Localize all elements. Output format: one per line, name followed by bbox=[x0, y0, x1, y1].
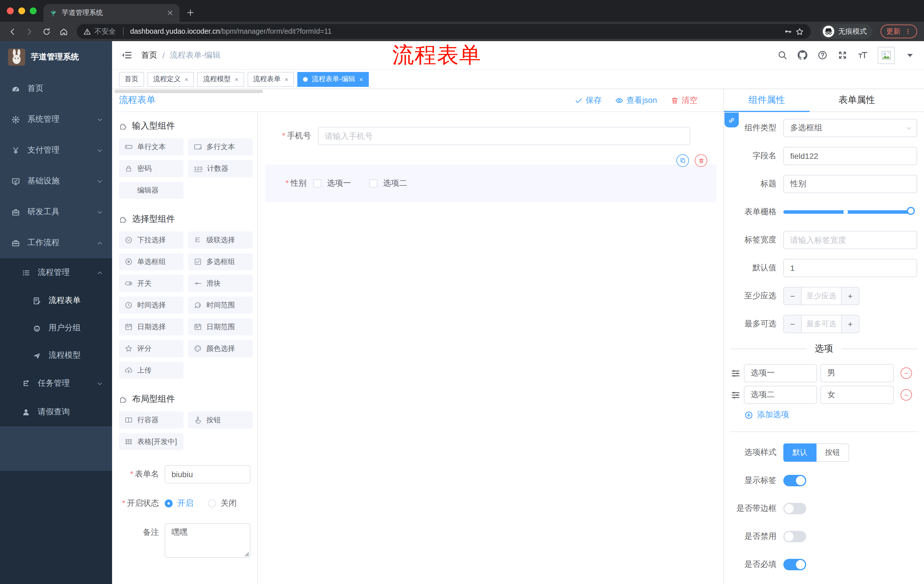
grid-slider[interactable] bbox=[783, 210, 914, 214]
palette-chip-时间范围[interactable]: 时间范围 bbox=[188, 296, 253, 314]
保存-button[interactable]: 保存 bbox=[575, 95, 602, 105]
palette-chip-滑块[interactable]: 滑块 bbox=[188, 275, 253, 292]
drag-handle-icon[interactable] bbox=[731, 368, 741, 378]
status-radio-open[interactable]: 开启 bbox=[165, 498, 193, 508]
slider-handle[interactable] bbox=[907, 207, 915, 215]
tag-close-icon[interactable]: × bbox=[185, 76, 188, 82]
sidebar-item-任务管理[interactable]: 任务管理 bbox=[0, 369, 112, 398]
toggle-switch-显示标签[interactable] bbox=[783, 475, 806, 486]
sidebar-item-系统管理[interactable]: 系统管理 bbox=[0, 104, 112, 135]
avatar-caret-icon[interactable] bbox=[905, 50, 915, 60]
status-radio-closed[interactable]: 关闭 bbox=[208, 498, 237, 508]
tag-close-icon[interactable]: × bbox=[285, 76, 289, 82]
option-value-input[interactable] bbox=[820, 364, 894, 382]
palette-chip-按钮[interactable]: 按钮 bbox=[188, 411, 253, 429]
increase-button[interactable]: + bbox=[842, 288, 859, 304]
decrease-button[interactable]: − bbox=[784, 288, 801, 304]
resize-grip-icon[interactable]: ◢ bbox=[244, 550, 249, 556]
gender-field-selected[interactable]: *性别 选项一选项二 bbox=[265, 165, 716, 202]
label-width-input[interactable] bbox=[783, 231, 917, 249]
sidebar-item-首页[interactable]: 首页 bbox=[0, 73, 112, 104]
default-value-input[interactable] bbox=[783, 259, 917, 277]
field-name-input[interactable] bbox=[783, 147, 917, 165]
tag-流程表单[interactable]: 流程表单× bbox=[248, 72, 294, 87]
search-icon[interactable] bbox=[778, 50, 787, 60]
sidebar-item-用户分组[interactable]: 用户分组 bbox=[0, 314, 112, 342]
component-type-select[interactable]: 多选框组 bbox=[783, 119, 917, 137]
tag-流程定义[interactable]: 流程定义× bbox=[147, 72, 194, 87]
清空-button[interactable]: 清空 bbox=[671, 95, 698, 105]
palette-chip-下拉选择[interactable]: 下拉选择 bbox=[119, 232, 183, 248]
title-input[interactable] bbox=[783, 175, 917, 193]
checkbox-选项一[interactable]: 选项一 bbox=[314, 178, 351, 189]
tag-流程模型[interactable]: 流程模型× bbox=[198, 72, 244, 87]
palette-chip-编辑器[interactable]: 编辑器 bbox=[119, 182, 183, 199]
avatar[interactable] bbox=[878, 46, 895, 64]
reload-button[interactable] bbox=[39, 24, 54, 39]
palette-chip-表格[开发中][interactable]: 表格[开发中] bbox=[119, 433, 183, 450]
remove-option-button[interactable]: − bbox=[901, 367, 912, 379]
palette-chip-时间选择[interactable]: 时间选择 bbox=[119, 296, 183, 314]
add-option-button[interactable]: 添加选项 bbox=[744, 410, 917, 420]
update-browser-button[interactable]: 更新 bbox=[881, 25, 917, 38]
question-icon[interactable] bbox=[818, 50, 827, 60]
toggle-switch-是否带边框[interactable] bbox=[783, 503, 806, 514]
style-option-按钮[interactable]: 按钮 bbox=[817, 443, 849, 462]
toggle-switch-是否禁用[interactable] bbox=[783, 531, 806, 542]
breadcrumb-home[interactable]: 首页 bbox=[141, 50, 157, 60]
palette-chip-单选框组[interactable]: 单选框组 bbox=[119, 253, 183, 270]
home-button[interactable] bbox=[56, 24, 71, 39]
zoom-window-button[interactable] bbox=[30, 7, 36, 14]
palette-chip-颜色选择[interactable]: 颜色选择 bbox=[188, 340, 253, 357]
remove-option-button[interactable]: − bbox=[901, 389, 912, 401]
查看json-button[interactable]: 查看json bbox=[615, 95, 657, 105]
toggle-switch-是否必填[interactable] bbox=[783, 559, 806, 570]
font-size-icon[interactable] bbox=[858, 50, 867, 60]
palette-chip-密码[interactable]: 密码 bbox=[119, 160, 183, 177]
browser-menu-icon[interactable] bbox=[904, 28, 911, 35]
sidebar-item-流程表单[interactable]: 流程表单 bbox=[0, 287, 112, 314]
option-value-input[interactable] bbox=[820, 386, 894, 404]
back-button[interactable] bbox=[5, 24, 20, 39]
minimize-window-button[interactable] bbox=[18, 7, 25, 14]
scrollbar-thumb[interactable] bbox=[114, 90, 263, 93]
decrease-button[interactable]: − bbox=[784, 316, 801, 332]
sidebar-item-流程管理[interactable]: 流程管理 bbox=[0, 258, 112, 287]
palette-chip-上传[interactable]: 上传 bbox=[119, 362, 183, 379]
form-remark-textarea[interactable]: 嘿嘿 bbox=[165, 523, 251, 558]
collapse-sidebar-icon[interactable] bbox=[121, 50, 132, 61]
palette-chip-级联选择[interactable]: 级联选择 bbox=[188, 232, 253, 248]
tab-form-props[interactable]: 表单属性 bbox=[810, 89, 904, 111]
palette-chip-多行文本[interactable]: 多行文本 bbox=[188, 138, 253, 155]
sidebar-item-研发工具[interactable]: 研发工具 bbox=[0, 197, 112, 227]
sidebar-item-请假查询[interactable]: 请假查询 bbox=[0, 398, 112, 426]
checkbox-选项二[interactable]: 选项二 bbox=[370, 178, 407, 189]
drag-handle-icon[interactable] bbox=[731, 390, 741, 400]
sidebar-item-支付管理[interactable]: 支付管理 bbox=[0, 135, 112, 166]
sidebar-item-流程模型[interactable]: 流程模型 bbox=[0, 342, 112, 369]
tag-流程表单-编辑[interactable]: 流程表单-编辑× bbox=[298, 72, 369, 87]
bookmark-star-icon[interactable] bbox=[795, 27, 804, 36]
new-tab-button[interactable] bbox=[186, 8, 195, 16]
palette-chip-日期范围[interactable]: 日期范围 bbox=[188, 318, 253, 336]
tag-close-icon[interactable]: × bbox=[235, 76, 238, 82]
option-label-input[interactable] bbox=[744, 364, 817, 382]
delete-component-button[interactable] bbox=[695, 154, 707, 167]
copy-component-button[interactable] bbox=[676, 154, 689, 167]
palette-chip-行容器[interactable]: 行容器 bbox=[119, 411, 183, 429]
fullscreen-icon[interactable] bbox=[838, 50, 847, 60]
sidebar-item-基础设施[interactable]: 基础设施 bbox=[0, 166, 112, 197]
browser-tab[interactable]: 芋道管理系统 bbox=[43, 4, 180, 22]
palette-chip-计数器[interactable]: 123计数器 bbox=[188, 160, 253, 177]
palette-chip-单行文本[interactable]: 单行文本 bbox=[119, 138, 183, 155]
forward-button[interactable] bbox=[22, 24, 36, 39]
close-window-button[interactable] bbox=[7, 7, 14, 14]
palette-chip-多选框组[interactable]: 多选框组 bbox=[188, 253, 253, 270]
palette-chip-评分[interactable]: 评分 bbox=[119, 340, 183, 357]
increase-button[interactable]: + bbox=[842, 316, 859, 332]
sidebar-item-工作流程[interactable]: 工作流程 bbox=[0, 227, 112, 258]
address-bar[interactable]: 不安全 dashboard.yudao.iocoder.cn/bpm/manag… bbox=[77, 24, 811, 39]
option-label-input[interactable] bbox=[744, 386, 817, 404]
github-icon[interactable] bbox=[798, 50, 807, 60]
tag-首页[interactable]: 首页 bbox=[119, 72, 144, 87]
